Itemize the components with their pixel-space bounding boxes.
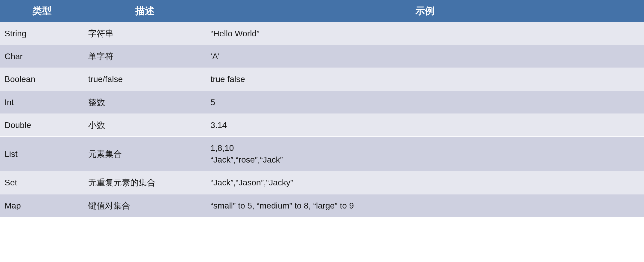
cell-type: Boolean — [0, 68, 84, 91]
table-row: Map 键值对集合 “small” to 5, “medium” to 8, “… — [0, 194, 644, 217]
table-row: Int 整数 5 — [0, 91, 644, 114]
cell-type: Char — [0, 45, 84, 68]
table-row: List 元素集合 1,8,10 “Jack”,“rose”,“Jack” — [0, 136, 644, 171]
cell-description: 无重复元素的集合 — [84, 171, 206, 194]
cell-description: 元素集合 — [84, 136, 206, 171]
table-row: Double 小数 3.14 — [0, 114, 644, 136]
cell-example: 3.14 — [206, 114, 644, 136]
cell-description: 键值对集合 — [84, 194, 206, 217]
cell-example: ‘A’ — [206, 45, 644, 68]
cell-description: 字符串 — [84, 22, 206, 45]
cell-example: 1,8,10 “Jack”,“rose”,“Jack” — [206, 136, 644, 171]
table-row: Boolean true/false true false — [0, 68, 644, 91]
table-row: Set 无重复元素的集合 “Jack”,“Jason”,“Jacky” — [0, 171, 644, 194]
cell-description: 单字符 — [84, 45, 206, 68]
cell-type: Set — [0, 171, 84, 194]
cell-type: Int — [0, 91, 84, 114]
cell-type: Map — [0, 194, 84, 217]
cell-description: 整数 — [84, 91, 206, 114]
cell-example: true false — [206, 68, 644, 91]
cell-example: “Hello World” — [206, 22, 644, 45]
table-header-row: 类型 描述 示例 — [0, 0, 644, 22]
data-types-table: 类型 描述 示例 String 字符串 “Hello World” Char 单… — [0, 0, 644, 217]
cell-example: “small” to 5, “medium” to 8, “large” to … — [206, 194, 644, 217]
table-body: String 字符串 “Hello World” Char 单字符 ‘A’ Bo… — [0, 22, 644, 217]
cell-example: 5 — [206, 91, 644, 114]
cell-type: List — [0, 136, 84, 171]
cell-description: 小数 — [84, 114, 206, 136]
cell-description: true/false — [84, 68, 206, 91]
header-type: 类型 — [0, 0, 84, 22]
header-description: 描述 — [84, 0, 206, 22]
cell-example: “Jack”,“Jason”,“Jacky” — [206, 171, 644, 194]
table-row: String 字符串 “Hello World” — [0, 22, 644, 45]
cell-type: String — [0, 22, 84, 45]
header-example: 示例 — [206, 0, 644, 22]
cell-type: Double — [0, 114, 84, 136]
table-row: Char 单字符 ‘A’ — [0, 45, 644, 68]
